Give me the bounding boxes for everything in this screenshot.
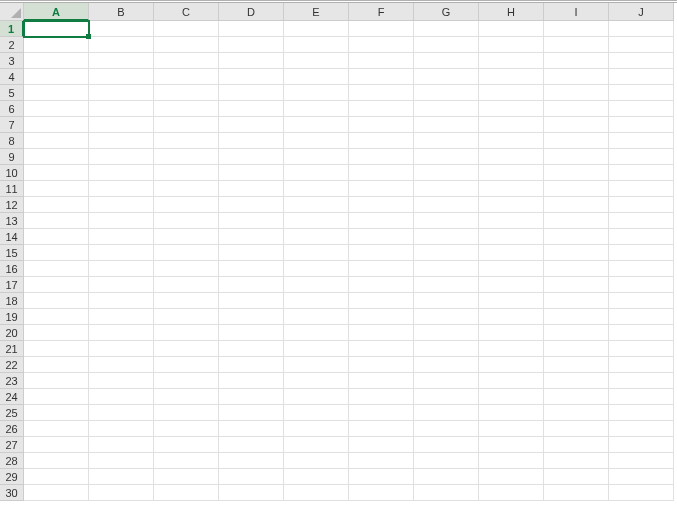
cell-j1[interactable] — [609, 21, 674, 37]
cell-b23[interactable] — [89, 373, 154, 389]
row-header-22[interactable]: 22 — [0, 357, 24, 373]
cell-c25[interactable] — [154, 405, 219, 421]
cell-b18[interactable] — [89, 293, 154, 309]
row-header-1[interactable]: 1 — [0, 21, 24, 37]
column-header-e[interactable]: E — [284, 3, 349, 21]
cell-g6[interactable] — [414, 101, 479, 117]
cell-b19[interactable] — [89, 309, 154, 325]
cell-f6[interactable] — [349, 101, 414, 117]
cell-h6[interactable] — [479, 101, 544, 117]
cell-g15[interactable] — [414, 245, 479, 261]
cell-b24[interactable] — [89, 389, 154, 405]
cell-c7[interactable] — [154, 117, 219, 133]
cell-j29[interactable] — [609, 469, 674, 485]
cell-j4[interactable] — [609, 69, 674, 85]
cell-d16[interactable] — [219, 261, 284, 277]
cell-a21[interactable] — [24, 341, 89, 357]
cell-i11[interactable] — [544, 181, 609, 197]
cell-e3[interactable] — [284, 53, 349, 69]
column-header-b[interactable]: B — [89, 3, 154, 21]
cell-h18[interactable] — [479, 293, 544, 309]
cell-e6[interactable] — [284, 101, 349, 117]
column-header-g[interactable]: G — [414, 3, 479, 21]
cell-j15[interactable] — [609, 245, 674, 261]
cell-g22[interactable] — [414, 357, 479, 373]
cell-h16[interactable] — [479, 261, 544, 277]
cell-j22[interactable] — [609, 357, 674, 373]
cell-f30[interactable] — [349, 485, 414, 501]
cell-a29[interactable] — [24, 469, 89, 485]
cell-e10[interactable] — [284, 165, 349, 181]
cell-b9[interactable] — [89, 149, 154, 165]
cell-i6[interactable] — [544, 101, 609, 117]
row-header-16[interactable]: 16 — [0, 261, 24, 277]
cell-h9[interactable] — [479, 149, 544, 165]
cell-h4[interactable] — [479, 69, 544, 85]
cell-d30[interactable] — [219, 485, 284, 501]
cell-f23[interactable] — [349, 373, 414, 389]
cell-h8[interactable] — [479, 133, 544, 149]
cell-f18[interactable] — [349, 293, 414, 309]
cell-g13[interactable] — [414, 213, 479, 229]
cell-g29[interactable] — [414, 469, 479, 485]
cell-a12[interactable] — [24, 197, 89, 213]
cell-h3[interactable] — [479, 53, 544, 69]
cell-h24[interactable] — [479, 389, 544, 405]
cell-d25[interactable] — [219, 405, 284, 421]
cell-c6[interactable] — [154, 101, 219, 117]
cell-a8[interactable] — [24, 133, 89, 149]
cell-b5[interactable] — [89, 85, 154, 101]
cell-g14[interactable] — [414, 229, 479, 245]
cell-e20[interactable] — [284, 325, 349, 341]
cell-h25[interactable] — [479, 405, 544, 421]
cell-b11[interactable] — [89, 181, 154, 197]
cell-f4[interactable] — [349, 69, 414, 85]
cell-d24[interactable] — [219, 389, 284, 405]
cell-h12[interactable] — [479, 197, 544, 213]
cell-d4[interactable] — [219, 69, 284, 85]
cell-h27[interactable] — [479, 437, 544, 453]
cell-i15[interactable] — [544, 245, 609, 261]
cell-j2[interactable] — [609, 37, 674, 53]
cell-g30[interactable] — [414, 485, 479, 501]
cell-a6[interactable] — [24, 101, 89, 117]
row-header-2[interactable]: 2 — [0, 37, 24, 53]
cell-e9[interactable] — [284, 149, 349, 165]
cell-a30[interactable] — [24, 485, 89, 501]
cell-j25[interactable] — [609, 405, 674, 421]
cell-i1[interactable] — [544, 21, 609, 37]
row-header-18[interactable]: 18 — [0, 293, 24, 309]
cell-h22[interactable] — [479, 357, 544, 373]
cell-j18[interactable] — [609, 293, 674, 309]
cell-h28[interactable] — [479, 453, 544, 469]
cell-h30[interactable] — [479, 485, 544, 501]
cell-h1[interactable] — [479, 21, 544, 37]
cell-g1[interactable] — [414, 21, 479, 37]
cell-j27[interactable] — [609, 437, 674, 453]
cell-a4[interactable] — [24, 69, 89, 85]
cell-j5[interactable] — [609, 85, 674, 101]
cell-c3[interactable] — [154, 53, 219, 69]
cell-c2[interactable] — [154, 37, 219, 53]
cell-e19[interactable] — [284, 309, 349, 325]
cell-e30[interactable] — [284, 485, 349, 501]
cell-i29[interactable] — [544, 469, 609, 485]
cell-f5[interactable] — [349, 85, 414, 101]
cell-e11[interactable] — [284, 181, 349, 197]
column-header-h[interactable]: H — [479, 3, 544, 21]
cell-a5[interactable] — [24, 85, 89, 101]
cell-j23[interactable] — [609, 373, 674, 389]
cell-c17[interactable] — [154, 277, 219, 293]
cell-i17[interactable] — [544, 277, 609, 293]
cell-c27[interactable] — [154, 437, 219, 453]
cell-c24[interactable] — [154, 389, 219, 405]
cell-f1[interactable] — [349, 21, 414, 37]
cell-j7[interactable] — [609, 117, 674, 133]
cell-a3[interactable] — [24, 53, 89, 69]
cell-d20[interactable] — [219, 325, 284, 341]
row-header-15[interactable]: 15 — [0, 245, 24, 261]
cell-e17[interactable] — [284, 277, 349, 293]
cell-d15[interactable] — [219, 245, 284, 261]
cell-f7[interactable] — [349, 117, 414, 133]
cell-e21[interactable] — [284, 341, 349, 357]
